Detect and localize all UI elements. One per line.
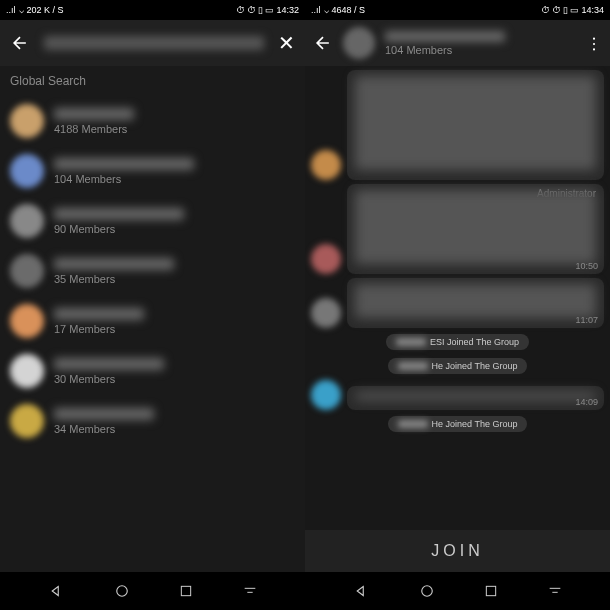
chat-subtitle: 104 Members: [385, 44, 577, 56]
nav-home-icon[interactable]: [113, 582, 131, 600]
nav-back-icon[interactable]: [352, 582, 370, 600]
status-time: 14:34: [581, 5, 604, 15]
result-avatar: [10, 254, 44, 288]
message-content: [355, 392, 596, 400]
svg-point-2: [422, 586, 433, 597]
search-result-item[interactable]: 4188 Members: [0, 96, 305, 146]
alarm-icon: ⏱: [247, 5, 256, 15]
chat-title: [385, 31, 505, 42]
nav-home-icon[interactable]: [418, 582, 436, 600]
search-result-item[interactable]: 104 Members: [0, 146, 305, 196]
result-title: [54, 258, 174, 270]
result-title: [54, 358, 164, 370]
alarm-icon: ⏱: [541, 5, 550, 15]
net-speed: 202 K / S: [27, 5, 64, 15]
result-members: 17 Members: [54, 323, 295, 335]
system-message: ESI Joined The Group: [386, 334, 529, 350]
signal-icon: ..ıl: [6, 5, 16, 15]
join-button[interactable]: JOIN: [305, 530, 610, 572]
messages-area[interactable]: Administrator 10:50 11:07 ESI Joined The…: [305, 66, 610, 530]
chat-header[interactable]: 104 Members ⋯: [305, 20, 610, 66]
search-result-item[interactable]: 17 Members: [0, 296, 305, 346]
message-avatar[interactable]: [311, 150, 341, 180]
menu-icon[interactable]: ⋯: [585, 36, 604, 51]
result-title: [54, 108, 134, 120]
result-members: 30 Members: [54, 373, 295, 385]
result-title: [54, 208, 184, 220]
search-result-item[interactable]: 34 Members: [0, 396, 305, 446]
message-content: [355, 190, 596, 264]
close-icon[interactable]: ✕: [278, 31, 295, 55]
message-content: [355, 284, 596, 318]
vibrate-icon: ▯: [563, 5, 568, 15]
message-row[interactable]: [311, 70, 604, 180]
result-title: [54, 308, 144, 320]
message-avatar[interactable]: [311, 298, 341, 328]
message-avatar[interactable]: [311, 380, 341, 410]
search-results: 4188 Members 104 Members 90 Members 35 M…: [0, 96, 305, 572]
status-time: 14:32: [276, 5, 299, 15]
result-avatar: [10, 154, 44, 188]
signal-icon: ..ıl: [311, 5, 321, 15]
status-bar: ..ıl ⌵ 4648 / S ⏱ ⏱ ▯ ▭ 14:34: [305, 0, 610, 20]
nav-bar: [0, 572, 610, 610]
search-result-item[interactable]: 30 Members: [0, 346, 305, 396]
nav-drawer-icon[interactable]: [547, 583, 563, 599]
message-content: [355, 76, 596, 170]
svg-rect-1: [182, 586, 191, 595]
left-screen: ..ıl ⌵ 202 K / S ⏱ ⏱ ▯ ▭ 14:32 ✕ Global …: [0, 0, 305, 572]
search-result-item[interactable]: 90 Members: [0, 196, 305, 246]
message-bubble[interactable]: Administrator 10:50: [347, 184, 604, 274]
right-screen: ..ıl ⌵ 4648 / S ⏱ ⏱ ▯ ▭ 14:34 104 Member…: [305, 0, 610, 572]
system-message: He Joined The Group: [388, 416, 528, 432]
result-members: 90 Members: [54, 223, 295, 235]
battery-icon: ▭: [265, 5, 274, 15]
message-avatar[interactable]: [311, 244, 341, 274]
message-bubble[interactable]: 11:07: [347, 278, 604, 328]
svg-rect-3: [487, 586, 496, 595]
nav-recent-icon[interactable]: [483, 583, 499, 599]
nav-drawer-icon[interactable]: [242, 583, 258, 599]
result-members: 4188 Members: [54, 123, 295, 135]
result-avatar: [10, 304, 44, 338]
battery-icon: ▭: [570, 5, 579, 15]
result-avatar: [10, 404, 44, 438]
svg-point-0: [117, 586, 128, 597]
result-avatar: [10, 354, 44, 388]
message-time: 10:50: [575, 261, 598, 271]
result-title: [54, 158, 194, 170]
result-avatar: [10, 104, 44, 138]
wifi-icon: ⌵: [324, 5, 329, 15]
message-bubble[interactable]: 14:09: [347, 386, 604, 410]
result-members: 104 Members: [54, 173, 295, 185]
result-members: 35 Members: [54, 273, 295, 285]
message-row[interactable]: Administrator 10:50: [311, 184, 604, 274]
nav-back-icon[interactable]: [47, 582, 65, 600]
message-bubble[interactable]: [347, 70, 604, 180]
back-icon[interactable]: [313, 33, 333, 53]
alarm-icon: ⏱: [236, 5, 245, 15]
result-title: [54, 408, 154, 420]
wifi-icon: ⌵: [19, 5, 24, 15]
back-icon[interactable]: [10, 33, 30, 53]
result-members: 34 Members: [54, 423, 295, 435]
vibrate-icon: ▯: [258, 5, 263, 15]
result-avatar: [10, 204, 44, 238]
net-speed: 4648 / S: [332, 5, 366, 15]
status-bar: ..ıl ⌵ 202 K / S ⏱ ⏱ ▯ ▭ 14:32: [0, 0, 305, 20]
search-result-item[interactable]: 35 Members: [0, 246, 305, 296]
search-input[interactable]: [44, 36, 264, 50]
system-message: He Joined The Group: [388, 358, 528, 374]
nav-recent-icon[interactable]: [178, 583, 194, 599]
alarm-icon: ⏱: [552, 5, 561, 15]
chat-avatar[interactable]: [343, 27, 375, 59]
section-label: Global Search: [0, 66, 305, 96]
search-header: ✕: [0, 20, 305, 66]
message-time: 11:07: [575, 315, 598, 325]
message-row[interactable]: 11:07: [311, 278, 604, 328]
message-row[interactable]: 14:09: [311, 380, 604, 410]
message-time: 14:09: [575, 397, 598, 407]
